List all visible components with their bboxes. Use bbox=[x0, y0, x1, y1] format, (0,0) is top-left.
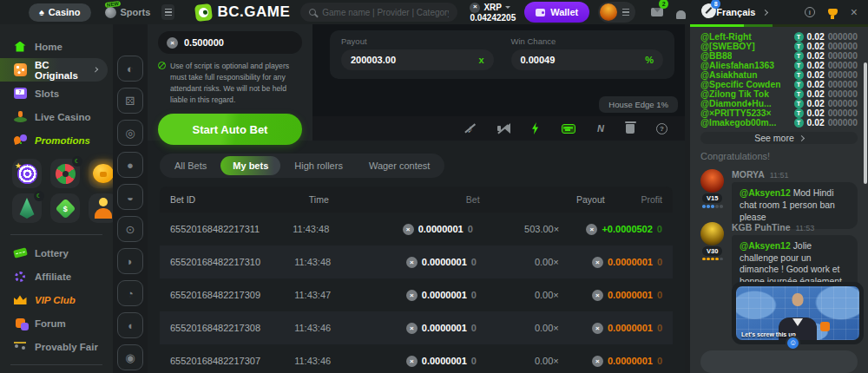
table-row[interactable]: 65520168482217310 11:43:48 ×0.00000010 0… bbox=[160, 245, 673, 278]
sidebar-item-slots[interactable]: Slots bbox=[0, 82, 113, 105]
user-menu[interactable] bbox=[598, 2, 635, 23]
notifications-button[interactable] bbox=[676, 7, 686, 18]
help-icon[interactable] bbox=[656, 123, 667, 134]
sidebar-item-live-casino[interactable]: Live Casino bbox=[0, 105, 113, 128]
payout-input[interactable]: 200003.00 x bbox=[341, 49, 494, 70]
win-chance-input[interactable]: 0.00049 % bbox=[511, 49, 664, 70]
chat-image-message[interactable]: Let's screw this up bbox=[732, 282, 864, 344]
chat-username[interactable]: KGB PuhTine bbox=[732, 222, 790, 232]
start-auto-bet-button[interactable]: Start Auto Bet bbox=[158, 114, 302, 145]
messages-button[interactable]: 2 bbox=[651, 4, 663, 20]
bet-amount-field[interactable]: × bbox=[158, 31, 302, 54]
win-username[interactable]: @Left-Right bbox=[700, 32, 752, 42]
game-shortcut-helmet[interactable]: ◖ bbox=[117, 312, 143, 338]
promo-wheel-game[interactable]: ☾ bbox=[50, 159, 80, 188]
script-disclaimer: Use of script is optional and players mu… bbox=[158, 61, 302, 106]
site-logo[interactable]: BC.GAME bbox=[195, 3, 290, 21]
user-avatar[interactable] bbox=[600, 3, 617, 21]
tab-all-bets[interactable]: All Bets bbox=[162, 156, 219, 175]
mention-link[interactable]: @Aksyen12 bbox=[740, 241, 791, 251]
wallet-button[interactable]: Wallet bbox=[524, 2, 589, 23]
col-bet-id: Bet ID bbox=[170, 194, 309, 205]
sidebar-item-vip-club[interactable]: VIP Club bbox=[0, 288, 113, 311]
sidebar-item-promotions[interactable]: Promotions bbox=[0, 128, 113, 152]
bet-profit: 0.0000001 bbox=[608, 356, 653, 366]
table-row[interactable]: 65520168482217311 11:43:48 ×0.00000010 5… bbox=[160, 213, 673, 245]
win-username[interactable]: @Asiakhatun bbox=[700, 70, 758, 80]
game-shortcut-shell[interactable]: ◗ bbox=[117, 248, 143, 274]
bet-profit: 0.0000001 bbox=[608, 323, 653, 333]
hotkeys-icon[interactable] bbox=[562, 124, 575, 134]
music-mute-icon[interactable] bbox=[464, 122, 476, 134]
sidebar-item-lottery[interactable]: Lottery bbox=[0, 241, 113, 265]
sidebar-item-home[interactable]: Home bbox=[0, 35, 113, 58]
mention-link[interactable]: @Aksyen12 bbox=[740, 188, 791, 198]
game-shortcut-mines[interactable]: ● bbox=[117, 152, 143, 178]
game-search[interactable] bbox=[300, 3, 457, 22]
sidebar-item-affiliate[interactable]: Affiliate bbox=[0, 265, 113, 288]
search-input[interactable] bbox=[322, 8, 449, 17]
win-username[interactable]: @Aliesfahan1363 bbox=[700, 61, 774, 70]
sound-mute-icon[interactable] bbox=[497, 123, 509, 134]
avatar[interactable] bbox=[700, 169, 724, 193]
avatar[interactable] bbox=[700, 222, 724, 245]
table-row[interactable]: 65520168482217308 11:43:46 ×0.00000010 0… bbox=[160, 311, 673, 344]
bet-amount-input[interactable] bbox=[184, 37, 293, 48]
piggy-bank-icon bbox=[93, 164, 113, 183]
smiley-reaction-icon[interactable] bbox=[786, 336, 800, 350]
tab-my-bets[interactable]: My bets bbox=[220, 156, 280, 175]
close-chat-icon[interactable]: × bbox=[851, 6, 858, 18]
game-shortcut-wheel[interactable]: ◔ bbox=[117, 280, 143, 306]
win-username[interactable]: @×PRITTY5233× bbox=[700, 108, 772, 118]
see-more-button[interactable]: See more bbox=[700, 132, 858, 144]
promo-price-tag[interactable]: $ bbox=[50, 193, 80, 223]
clear-icon[interactable] bbox=[626, 124, 635, 134]
sidebar-item-forum[interactable]: Forum bbox=[0, 311, 113, 335]
sidebar-item-bc-originals[interactable]: BC Originals bbox=[0, 58, 108, 82]
chat-timestamp: 11:51 bbox=[770, 171, 789, 180]
col-time: Time bbox=[309, 194, 405, 205]
tab-wager-contest[interactable]: Wager contest bbox=[357, 156, 443, 175]
sidebar-item-provably-fair[interactable]: Provably Fair bbox=[0, 335, 113, 358]
tab-high-rollers[interactable]: High rollers bbox=[282, 156, 355, 175]
chat-input[interactable] bbox=[700, 350, 858, 373]
vip-level-badge: V15 bbox=[702, 193, 722, 203]
wallet-button-label: Wallet bbox=[550, 7, 578, 17]
sports-tab[interactable]: NEW Sports bbox=[105, 7, 151, 18]
chat-username[interactable]: MORYA bbox=[732, 169, 765, 180]
bets-tabs-row: All Bets My bets High rollers Wager cont… bbox=[160, 154, 685, 178]
game-shortcut-coco[interactable]: ◎ bbox=[117, 120, 143, 146]
trophy-icon[interactable] bbox=[828, 9, 838, 16]
win-username[interactable]: @[SWEBOY] bbox=[700, 42, 755, 51]
promo-ninja-game[interactable]: ☾ bbox=[12, 193, 42, 223]
promo-dart-game[interactable]: ★ bbox=[12, 159, 42, 188]
table-row[interactable]: 65520168482217309 11:43:47 ×0.00000010 0… bbox=[160, 278, 673, 311]
emoji-reaction-icon[interactable] bbox=[820, 322, 830, 331]
turbo-bolt-icon[interactable] bbox=[530, 122, 540, 134]
table-row[interactable]: 65520168482217307 11:43:46 ×0.00000010 0… bbox=[160, 344, 673, 373]
balance-display[interactable]: × XRP 0.04242205 bbox=[470, 3, 516, 23]
win-username[interactable]: @Specific Cowden bbox=[700, 80, 780, 89]
chat-toggle-button[interactable]: 8 bbox=[701, 3, 716, 22]
win-username[interactable]: @Diamond♦Hu... bbox=[700, 99, 772, 108]
language-selector[interactable]: Français bbox=[716, 7, 767, 17]
trends-icon[interactable] bbox=[597, 123, 604, 134]
col-payout: Payout bbox=[540, 194, 641, 205]
casino-tab[interactable]: ♠ Casino bbox=[29, 3, 91, 22]
game-shortcut-target[interactable]: ⊙ bbox=[117, 216, 143, 242]
chat-scrollbar[interactable] bbox=[864, 62, 867, 184]
menu-toggle-button[interactable] bbox=[161, 4, 174, 20]
sports-new-badge: NEW bbox=[104, 0, 121, 7]
info-icon[interactable]: i bbox=[805, 7, 815, 17]
win-username[interactable]: @Imakegob00m... bbox=[700, 118, 776, 128]
win-username[interactable]: @Zilong Tik Tok bbox=[700, 89, 769, 99]
win-notification: @Imakegob00m...T0.02000000 bbox=[700, 118, 858, 128]
win-username[interactable]: @BB88 bbox=[700, 51, 732, 61]
game-shortcut-ball[interactable]: ◉ bbox=[117, 344, 143, 370]
win-amount: 0.02 bbox=[807, 108, 825, 118]
promo-vip-person[interactable] bbox=[89, 193, 113, 223]
game-shortcut-ufo[interactable]: ◒ bbox=[117, 184, 143, 210]
game-shortcut-dice[interactable]: ⚄ bbox=[117, 88, 143, 114]
promo-piggy-game[interactable] bbox=[89, 159, 113, 188]
game-shortcut-crash[interactable]: ◐ bbox=[117, 56, 143, 82]
